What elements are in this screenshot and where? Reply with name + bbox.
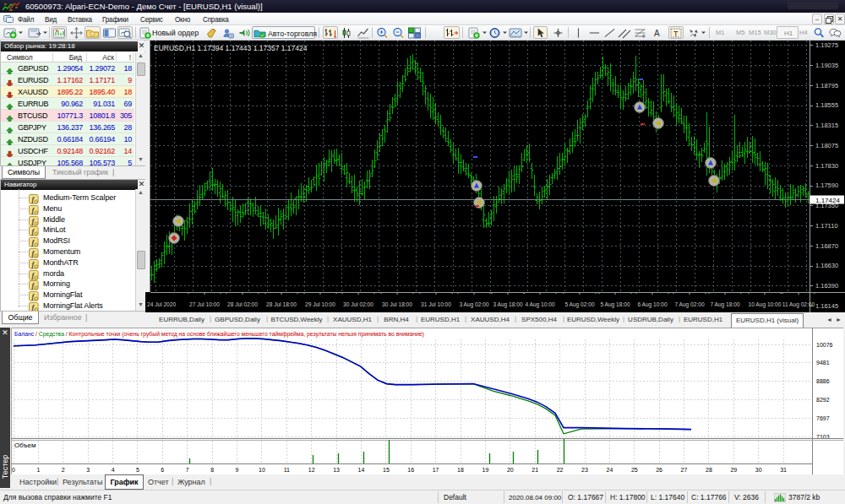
svg-text:1.17424: 1.17424 bbox=[815, 197, 840, 204]
svg-text:15: 15 bbox=[383, 467, 390, 473]
svg-text:3: 3 bbox=[86, 467, 90, 473]
svg-text:10: 10 bbox=[259, 467, 265, 473]
svg-text:29 Jul 10:00: 29 Jul 10:00 bbox=[305, 301, 335, 307]
svg-text:1.18315: 1.18315 bbox=[815, 122, 838, 129]
svg-text:27 Jul 10:00: 27 Jul 10:00 bbox=[189, 301, 220, 307]
svg-text:1.17110: 1.17110 bbox=[815, 222, 838, 230]
svg-text:7 Aug 02:00: 7 Aug 02:00 bbox=[674, 301, 705, 308]
svg-text:3 Aug 02:00: 3 Aug 02:00 bbox=[459, 301, 489, 308]
svg-text:27: 27 bbox=[681, 467, 688, 473]
svg-text:Баланс / Средства / Контрольны: Баланс / Средства / Контрольные точки (о… bbox=[14, 331, 424, 338]
svg-text:6 Aug 10:00: 6 Aug 10:00 bbox=[637, 301, 668, 308]
svg-text:22: 22 bbox=[557, 467, 564, 473]
svg-text:4: 4 bbox=[112, 467, 115, 473]
svg-text:13: 13 bbox=[333, 467, 340, 473]
svg-text:7697: 7697 bbox=[816, 415, 830, 421]
svg-text:14: 14 bbox=[358, 467, 365, 473]
svg-text:F: F bbox=[643, 34, 646, 39]
svg-text:28: 28 bbox=[706, 467, 712, 473]
svg-text:1.16145: 1.16145 bbox=[815, 302, 838, 310]
svg-text:9481: 9481 bbox=[816, 360, 830, 366]
svg-text:12: 12 bbox=[308, 467, 315, 473]
svg-text:28 Jul 18:00: 28 Jul 18:00 bbox=[266, 301, 297, 307]
svg-text:24: 24 bbox=[607, 467, 613, 473]
svg-text:21: 21 bbox=[532, 467, 538, 473]
svg-text:26: 26 bbox=[656, 467, 662, 473]
svg-text:31 Jul 10:00: 31 Jul 10:00 bbox=[421, 301, 451, 307]
svg-text:7: 7 bbox=[186, 467, 189, 473]
svg-text:11 Aug 02:00: 11 Aug 02:00 bbox=[782, 301, 815, 308]
svg-text:Объем: Объем bbox=[14, 442, 36, 449]
svg-text:8886: 8886 bbox=[816, 378, 830, 384]
svg-text:24 Jul 2020: 24 Jul 2020 bbox=[147, 301, 176, 307]
svg-text:1.19035: 1.19035 bbox=[815, 62, 838, 69]
svg-text:28 Jul 02:00: 28 Jul 02:00 bbox=[227, 301, 258, 307]
svg-text:1.17830: 1.17830 bbox=[815, 162, 838, 170]
svg-text:5 Aug 18:00: 5 Aug 18:00 bbox=[600, 301, 630, 308]
svg-text:7 Aug 18:00: 7 Aug 18:00 bbox=[710, 301, 740, 308]
svg-text:1.18795: 1.18795 bbox=[815, 82, 838, 89]
svg-text:23: 23 bbox=[581, 467, 588, 473]
svg-text:1.17590: 1.17590 bbox=[815, 182, 838, 189]
svg-text:1.18555: 1.18555 bbox=[815, 101, 838, 109]
svg-text:30: 30 bbox=[755, 467, 762, 473]
svg-text:1.16630: 1.16630 bbox=[815, 262, 838, 269]
svg-text:29: 29 bbox=[730, 467, 737, 473]
svg-text:T: T bbox=[673, 30, 679, 38]
svg-text:17: 17 bbox=[433, 467, 439, 473]
svg-text:4 Aug 10:00: 4 Aug 10:00 bbox=[525, 301, 555, 308]
svg-text:20: 20 bbox=[507, 467, 514, 473]
svg-text:25: 25 bbox=[631, 467, 638, 473]
svg-text:8292: 8292 bbox=[816, 397, 830, 403]
svg-text:1.18075: 1.18075 bbox=[815, 142, 838, 149]
svg-text:19: 19 bbox=[482, 467, 489, 473]
svg-text:9: 9 bbox=[236, 467, 239, 473]
svg-text:EURUSD,H1 1.17394 1.17443 1.1: EURUSD,H1 1.17394 1.17443 1.17357 1.1742… bbox=[154, 44, 308, 52]
svg-text:10076: 10076 bbox=[816, 342, 833, 348]
svg-text:5 Aug 02:00: 5 Aug 02:00 bbox=[564, 301, 595, 308]
svg-text:3 Aug 18:00: 3 Aug 18:00 bbox=[493, 301, 523, 308]
svg-text:2: 2 bbox=[62, 467, 65, 473]
svg-text:16: 16 bbox=[407, 467, 414, 473]
svg-text:10 Aug 10:00: 10 Aug 10:00 bbox=[749, 301, 782, 308]
svg-text:30 Jul 02:00: 30 Jul 02:00 bbox=[343, 301, 373, 307]
svg-text:18: 18 bbox=[457, 467, 464, 473]
svg-text:5: 5 bbox=[136, 467, 139, 473]
svg-text:31: 31 bbox=[780, 467, 787, 473]
svg-text:0: 0 bbox=[12, 467, 15, 473]
svg-text:8: 8 bbox=[210, 467, 214, 473]
svg-text:1: 1 bbox=[36, 467, 40, 473]
svg-text:6: 6 bbox=[161, 467, 164, 473]
svg-text:1.16390: 1.16390 bbox=[815, 282, 838, 290]
svg-text:11: 11 bbox=[284, 467, 290, 473]
svg-text:1.19275: 1.19275 bbox=[815, 41, 838, 49]
svg-text:1.16870: 1.16870 bbox=[815, 242, 838, 250]
svg-text:30 Jul 18:00: 30 Jul 18:00 bbox=[382, 301, 412, 307]
